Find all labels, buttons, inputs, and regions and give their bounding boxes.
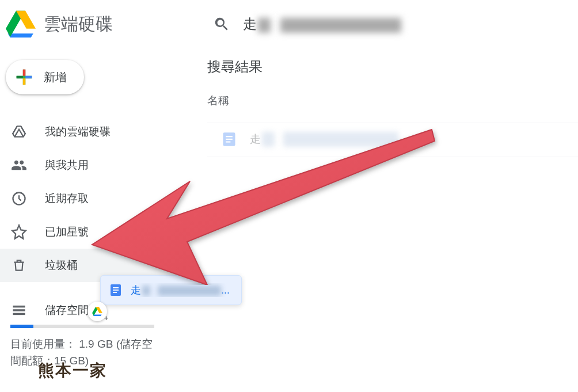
sidebar-item-mydrive[interactable]: 我的雲端硬碟	[0, 115, 184, 149]
docs-icon	[109, 283, 123, 297]
svg-rect-7	[226, 142, 230, 143]
logo-area[interactable]: 雲端硬碟	[6, 9, 213, 39]
docs-icon	[221, 131, 237, 147]
app-title: 雲端硬碟	[44, 13, 113, 36]
people-icon	[10, 157, 28, 174]
svg-rect-2	[13, 309, 25, 311]
plus-icon	[13, 66, 36, 89]
search-icon	[213, 16, 230, 33]
svg-rect-3	[13, 313, 25, 315]
header: 雲端硬碟 走	[0, 0, 578, 48]
watermark: 熊本一家	[38, 360, 107, 382]
drive-add-badge-icon: +	[88, 302, 107, 321]
trash-icon	[10, 257, 28, 274]
search-bar[interactable]: 走	[213, 15, 578, 33]
result-name: 走	[250, 132, 398, 147]
sidebar-item-starred[interactable]: 已加星號	[0, 215, 184, 249]
drive-icon	[10, 123, 28, 140]
new-button-label: 新增	[44, 70, 67, 85]
sidebar-item-label: 近期存取	[45, 191, 89, 206]
new-button[interactable]: 新增	[6, 60, 84, 94]
star-icon	[10, 223, 28, 241]
drag-chip-label: 走 ...	[131, 283, 230, 297]
storage-label: 儲存空間	[45, 303, 89, 318]
storage-icon	[10, 302, 28, 319]
drag-preview-chip: 走 ...	[100, 275, 242, 305]
search-query-text: 走	[243, 15, 401, 33]
svg-rect-5	[226, 136, 233, 137]
svg-rect-10	[113, 290, 119, 291]
storage-progress-fill	[10, 325, 33, 328]
results-heading: 搜尋結果	[207, 58, 578, 76]
sidebar-item-label: 垃圾桶	[45, 258, 78, 273]
svg-rect-11	[113, 292, 117, 293]
sidebar: 新增 我的雲端硬碟 與我共用 近期存取 已加星號 垃圾桶	[0, 55, 184, 369]
sidebar-item-recent[interactable]: 近期存取	[0, 182, 184, 215]
storage-progress-bar	[10, 325, 154, 328]
clock-icon	[10, 190, 28, 207]
column-header-name: 名稱	[207, 93, 578, 108]
svg-rect-1	[13, 306, 25, 308]
search-query-prefix: 走	[243, 16, 257, 32]
drive-logo-icon	[6, 9, 36, 39]
svg-rect-9	[113, 287, 119, 288]
sidebar-item-label: 我的雲端硬碟	[45, 124, 111, 139]
sidebar-item-label: 與我共用	[45, 158, 89, 173]
sidebar-item-shared[interactable]: 與我共用	[0, 149, 184, 182]
result-row[interactable]: 走	[207, 122, 578, 157]
svg-rect-6	[226, 139, 233, 140]
sidebar-item-label: 已加星號	[45, 224, 89, 239]
main-content: 搜尋結果 名稱 走	[207, 58, 578, 157]
